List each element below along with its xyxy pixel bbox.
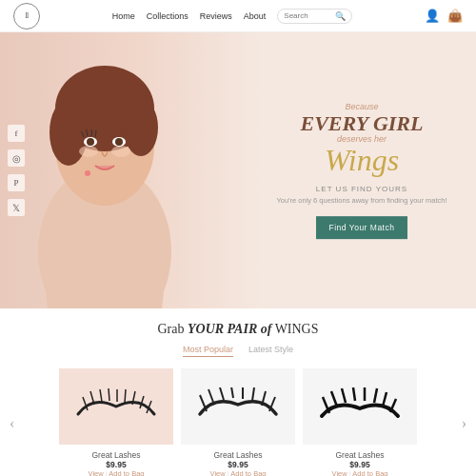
- product-tabs: Most Popular Latest Style: [0, 345, 476, 357]
- product-name-1: Great Lashes: [91, 450, 140, 460]
- logo-text: ll: [25, 11, 28, 20]
- nav-links: Home Collections Reviews About 🔍: [112, 9, 353, 24]
- product-card-1: Great Lashes $9.95 View | Add to Bag: [59, 368, 173, 476]
- nav-icons: 👤 👜: [425, 9, 463, 24]
- products-section: Grab YOUR PAIR of WINGS Most Popular Lat…: [0, 308, 476, 476]
- svg-point-14: [85, 170, 90, 176]
- products-heading: Grab YOUR PAIR of WINGS: [0, 322, 476, 337]
- svg-line-34: [342, 388, 346, 403]
- let-us-find-text: LET US FIND YOURS: [267, 185, 457, 193]
- logo[interactable]: ll: [13, 3, 40, 30]
- add-to-bag-3[interactable]: Add to Bag: [352, 469, 387, 476]
- product-price-3: $9.95: [349, 460, 369, 469]
- hero-subtitle: You're only 6 questions away from findin…: [267, 196, 457, 207]
- prev-arrow[interactable]: ‹: [6, 415, 18, 432]
- product-name-3: Great Lashes: [335, 450, 384, 460]
- svg-line-33: [331, 391, 337, 407]
- pinterest-icon[interactable]: P: [8, 174, 25, 191]
- svg-point-6: [79, 146, 98, 157]
- bag-icon[interactable]: 👜: [447, 9, 463, 24]
- add-to-bag-2[interactable]: Add to Bag: [230, 469, 266, 476]
- nav-reviews[interactable]: Reviews: [200, 11, 232, 21]
- social-sidebar: f ◎ P 𝕏: [8, 125, 25, 216]
- add-to-bag-1[interactable]: Add to Bag: [109, 469, 144, 476]
- svg-point-10: [87, 138, 94, 146]
- product-actions-1: View | Add to Bag: [89, 469, 145, 476]
- find-match-button[interactable]: Find Your Match: [316, 216, 408, 239]
- product-image-2: [181, 368, 295, 445]
- product-actions-2: View | Add to Bag: [210, 469, 267, 476]
- svg-point-7: [111, 146, 130, 157]
- svg-line-29: [252, 387, 254, 401]
- hero-text: Because EVERY GIRL deserves her Wings LE…: [267, 102, 457, 239]
- product-image-3: [303, 368, 417, 445]
- tab-most-popular[interactable]: Most Popular: [183, 345, 233, 357]
- because-text: Because: [267, 102, 457, 111]
- svg-line-35: [353, 387, 355, 401]
- svg-line-38: [383, 392, 387, 407]
- view-link-1[interactable]: View: [89, 469, 104, 476]
- tab-latest-style[interactable]: Latest Style: [248, 345, 293, 357]
- svg-line-17: [100, 389, 102, 402]
- product-image-1: [59, 368, 173, 445]
- products-row: ‹: [0, 368, 476, 476]
- product-name-2: Great Lashes: [213, 450, 262, 460]
- hero-image: [0, 32, 262, 308]
- account-icon[interactable]: 👤: [425, 9, 440, 24]
- wings-text: Wings: [267, 144, 457, 177]
- next-arrow[interactable]: ›: [458, 415, 470, 432]
- svg-line-18: [109, 388, 109, 401]
- search-box[interactable]: 🔍: [277, 9, 352, 24]
- twitter-icon[interactable]: 𝕏: [8, 199, 25, 216]
- hero-section: f ◎ P 𝕏 Because EVERY GIRL deserves her …: [0, 32, 476, 308]
- search-icon: 🔍: [335, 11, 346, 21]
- nav-about[interactable]: About: [244, 11, 267, 21]
- navigation: ll Home Collections Reviews About 🔍 👤 👜: [0, 0, 476, 32]
- product-card-2: Great Lashes $9.95 View | Add to Bag: [181, 368, 295, 476]
- nav-collections[interactable]: Collections: [147, 11, 188, 21]
- svg-line-20: [125, 389, 126, 403]
- every-girl-text: EVERY GIRL: [267, 113, 457, 134]
- product-price-2: $9.95: [228, 460, 248, 469]
- search-input[interactable]: [284, 11, 331, 20]
- svg-point-11: [115, 138, 123, 146]
- svg-line-37: [374, 388, 377, 403]
- svg-line-27: [231, 387, 233, 398]
- view-link-3[interactable]: View: [332, 469, 347, 476]
- instagram-icon[interactable]: ◎: [8, 149, 25, 167]
- product-price-1: $9.95: [106, 460, 126, 469]
- nav-home[interactable]: Home: [112, 11, 135, 21]
- products-grid: Great Lashes $9.95 View | Add to Bag: [18, 368, 457, 476]
- product-card-3: Great Lashes $9.95 View | Add to Bag: [303, 368, 417, 476]
- facebook-icon[interactable]: f: [8, 125, 25, 142]
- view-link-2[interactable]: View: [210, 469, 226, 476]
- product-actions-3: View | Add to Bag: [332, 469, 388, 476]
- svg-line-26: [220, 387, 224, 400]
- svg-point-5: [124, 99, 158, 156]
